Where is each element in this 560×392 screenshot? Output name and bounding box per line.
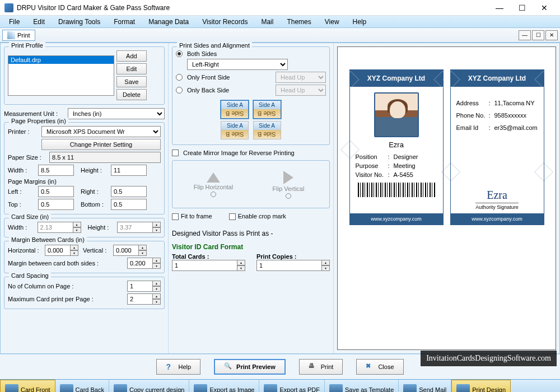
both-sides-radio[interactable] xyxy=(176,50,183,57)
maximize-button[interactable]: ☐ xyxy=(511,0,533,16)
margin-right-field[interactable] xyxy=(111,186,147,197)
inner-maximize[interactable]: ☐ xyxy=(532,30,544,40)
status-icon xyxy=(329,384,343,393)
designed-as-label: Designed Visitor Pass is Print as - xyxy=(172,230,330,237)
menubar: FileEditDrawing ToolsFormatManage DataVi… xyxy=(0,16,560,28)
signature: Ezra xyxy=(487,189,507,202)
flip-vertical[interactable]: Flip Vertical xyxy=(263,171,314,199)
max-per-page-field[interactable] xyxy=(127,293,153,305)
add-button[interactable]: Add xyxy=(116,50,147,62)
status-icon xyxy=(264,384,277,393)
status-icon xyxy=(5,384,18,393)
preview-canvas: XYZ Company Ltd Ezra Position:Designer P… xyxy=(337,46,556,350)
sides-alignment-group: Print Sides and Alignment Both Sides Lef… xyxy=(172,46,330,145)
side-preview-1[interactable]: Side ASide B xyxy=(221,100,249,119)
menu-mail[interactable]: Mail xyxy=(255,17,279,27)
status-export-as-image[interactable]: Export as Image xyxy=(189,380,259,392)
margin-bottom-field[interactable] xyxy=(111,199,147,210)
mirror-checkbox[interactable] xyxy=(172,150,179,156)
change-printer-button[interactable]: Change Printer Setting xyxy=(41,139,161,150)
print-copies-field[interactable] xyxy=(256,260,322,271)
inner-close[interactable]: ✕ xyxy=(545,30,558,40)
front-only-radio[interactable] xyxy=(176,74,183,81)
margin-v-field[interactable] xyxy=(113,245,139,256)
profile-item[interactable]: Default.drp xyxy=(8,56,114,64)
print-tab[interactable]: Print xyxy=(2,30,35,41)
status-card-back[interactable]: Card Back xyxy=(55,380,109,392)
delete-button[interactable]: Delete xyxy=(116,89,147,100)
page-width-field[interactable] xyxy=(38,165,74,176)
save-button[interactable]: Save xyxy=(116,76,147,87)
side-preview-4[interactable]: Side ASide B xyxy=(253,121,281,139)
front-combo: Head Up xyxy=(276,72,326,83)
both-sides-combo[interactable]: Left-Right xyxy=(187,59,288,70)
menu-drawing-tools[interactable]: Drawing Tools xyxy=(53,17,106,27)
status-export-as-pdf[interactable]: Export as PDF xyxy=(259,380,325,392)
menu-edit[interactable]: Edit xyxy=(27,17,50,27)
status-card-front[interactable]: Card Front xyxy=(0,380,55,392)
printer-icon: 🖶 xyxy=(309,362,318,371)
margin-between-group: Margin Between Cards (in) Horizontal : ▲… xyxy=(4,241,165,273)
profile-list[interactable]: Default.drp xyxy=(8,55,114,96)
watermark: InvitationCardsDesigningSoftware.com xyxy=(421,351,557,366)
format-header: Visitor ID Card Format xyxy=(172,243,330,251)
menu-visitor-records[interactable]: Visitor Records xyxy=(197,17,253,27)
status-icon xyxy=(456,384,470,393)
minimize-button[interactable]: — xyxy=(488,0,511,16)
margin-h-field[interactable] xyxy=(45,245,71,256)
card-back-preview: XYZ Company Ltd Address:11,Tacoma NY Pho… xyxy=(450,69,544,225)
close-button[interactable]: ✕ xyxy=(533,0,556,16)
menu-help[interactable]: Help xyxy=(347,17,372,27)
card-width-field xyxy=(38,222,73,233)
status-copy-current-design[interactable]: Copy current design xyxy=(109,380,189,392)
back-combo: Head Up xyxy=(276,85,326,96)
printer-select[interactable]: Microsoft XPS Document Wr xyxy=(41,126,161,137)
measurement-select[interactable]: Inches (in) xyxy=(68,108,165,119)
margin-both-field[interactable] xyxy=(127,258,153,269)
edit-button[interactable]: Edit xyxy=(116,63,147,74)
print-button[interactable]: 🖶Print xyxy=(299,359,343,375)
page-height-field[interactable] xyxy=(111,165,147,176)
card-front-preview: XYZ Company Ltd Ezra Position:Designer P… xyxy=(349,69,444,225)
status-send-mail[interactable]: Send Mail xyxy=(399,380,451,392)
menu-themes[interactable]: Themes xyxy=(281,17,316,27)
print-tab-label: Print xyxy=(17,32,30,39)
menu-view[interactable]: View xyxy=(319,17,345,27)
back-only-radio[interactable] xyxy=(176,87,183,94)
print-icon xyxy=(7,31,15,39)
status-icon xyxy=(114,384,127,393)
total-cards-field[interactable] xyxy=(172,260,237,271)
page-properties-group: Page Properties (in) Printer :Microsoft … xyxy=(4,122,165,214)
side-preview-2[interactable]: Side ASide B xyxy=(253,100,281,119)
card-size-group: Card Size (in) Width : ▲▼ Height : ▲▼ xyxy=(4,218,165,237)
titlebar: DRPU Visitor ID Card Maker & Gate Pass S… xyxy=(0,0,560,16)
status-icon xyxy=(60,384,73,393)
fit-frame-checkbox[interactable] xyxy=(172,213,179,220)
card-height-field xyxy=(117,222,153,233)
side-preview-3[interactable]: Side ASide B xyxy=(221,121,249,139)
app-title: DRPU Visitor ID Card Maker & Gate Pass S… xyxy=(17,4,488,12)
print-profile-group: Print Profile Default.drp Add Edit Save … xyxy=(4,46,165,105)
help-button[interactable]: ?Help xyxy=(156,359,200,375)
close-dialog-button[interactable]: ✖Close xyxy=(356,359,403,375)
flip-horizontal[interactable]: Flip Horizontal xyxy=(188,172,239,197)
cols-field[interactable] xyxy=(127,281,153,292)
margin-left-field[interactable] xyxy=(38,186,74,197)
barcode xyxy=(358,183,435,197)
status-icon xyxy=(194,384,207,393)
status-save-as-template[interactable]: Save as Template xyxy=(325,380,399,392)
paper-size-field xyxy=(49,152,161,163)
inner-minimize[interactable]: — xyxy=(519,30,531,40)
margin-top-field[interactable] xyxy=(38,199,74,210)
photo-placeholder xyxy=(374,92,419,137)
menu-manage-data[interactable]: Manage Data xyxy=(143,17,194,27)
menu-format[interactable]: Format xyxy=(108,17,141,27)
flip-group: Flip Horizontal Flip Vertical xyxy=(172,160,330,208)
menu-file[interactable]: File xyxy=(3,17,25,27)
statusbar: Card FrontCard BackCopy current designEx… xyxy=(0,379,560,392)
status-print-design[interactable]: Print Design xyxy=(451,380,511,392)
print-preview-button[interactable]: 🔍Print Preview xyxy=(214,359,286,375)
crop-mark-checkbox[interactable] xyxy=(229,213,236,220)
measurement-label: Measurement Unit : xyxy=(4,110,66,117)
card-spacing-group: Card Spacing No of Column on Page :▲▼ Ma… xyxy=(4,277,165,309)
